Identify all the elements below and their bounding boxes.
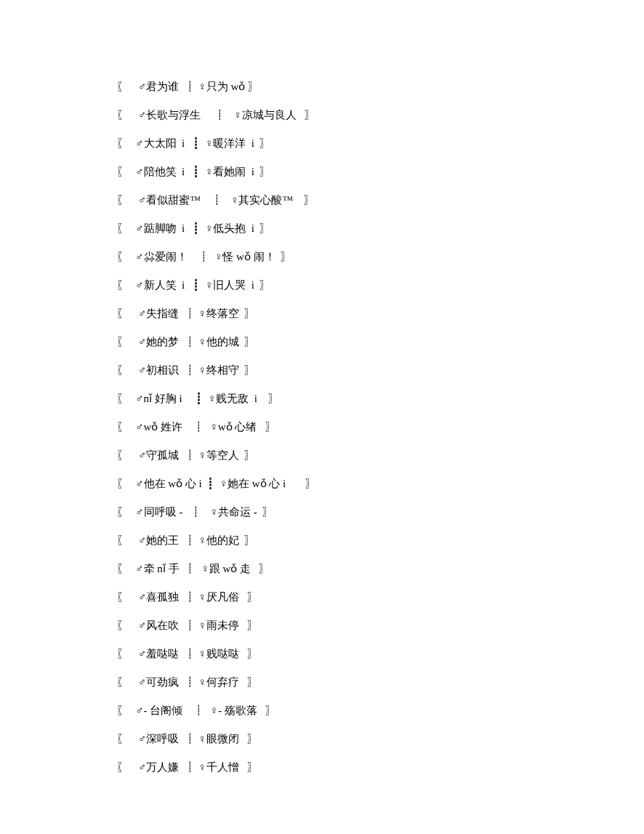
text-line: 〖 ♂她的王 ┋ ♀他的妃 〗	[116, 534, 644, 548]
text-line: 〖 ♂陪他笑 i ┋ ♀看她闹 i 〗	[116, 165, 644, 179]
document-page: 〖 ♂君为谁 ┋ ♀只为 wǒ 〗〖 ♂长歌与浮生 ┋ ♀凉城与良人 〗〖 ♂大…	[0, 0, 644, 834]
text-line: 〖 ♂- 台阁倾 ┋ ♀- 殇歌落 〗	[116, 704, 644, 718]
text-line: 〖 ♂失指缝 ┋ ♀终落空 〗	[116, 307, 644, 321]
text-line: 〖 ♂深呼吸 ┋ ♀眼微闭 〗	[116, 732, 644, 746]
text-line: 〖 ♂他在 wǒ 心 i ┋ ♀她在 wǒ 心 i 〗	[116, 477, 644, 491]
text-line: 〖 ♂君为谁 ┋ ♀只为 wǒ 〗	[116, 80, 644, 94]
text-line: 〖 ♂新人笑 i ┋ ♀旧人哭 i 〗	[116, 278, 644, 292]
text-line: 〖 ♂踮脚吻 i ┋ ♀低头抱 i 〗	[116, 222, 644, 236]
text-line: 〖 ♂nǐ 好胸 i ┋ ♀贱无敌 i 〗	[116, 392, 644, 406]
text-line: 〖 ♂喜孤独 ┋ ♀厌凡俗 〗	[116, 590, 644, 604]
text-line: 〖 ♂wǒ 姓许 ┋ ♀wǒ 心绪 〗	[116, 420, 644, 434]
text-line: 〖 ♂她的梦 ┋ ♀他的城 〗	[116, 335, 644, 349]
text-line: 〖 ♂长歌与浮生 ┋ ♀凉城与良人 〗	[116, 108, 644, 122]
text-line: 〖 ♂大太阳 i ┋ ♀暖洋洋 i 〗	[116, 137, 644, 151]
text-line: 〖 ♂尛爱闹！ ┋ ♀怪 wǒ 闹！ 〗	[116, 250, 644, 264]
text-line: 〖 ♂万人嫌 ┋ ♀千人憎 〗	[116, 761, 644, 774]
text-line: 〖 ♂羞哒哒 ┋ ♀贱哒哒 〗	[116, 647, 644, 661]
text-line: 〖 ♂看似甜蜜™ ┋ ♀其实心酸™ 〗	[116, 193, 644, 207]
text-line: 〖 ♂风在吹 ┋ ♀雨未停 〗	[116, 619, 644, 633]
text-line: 〖 ♂牵 nǐ 手 ┋ ♀跟 wǒ 走 〗	[116, 562, 644, 576]
text-line: 〖 ♂守孤城 ┋ ♀等空人 〗	[116, 449, 644, 462]
text-line: 〖 ♂同呼吸 - ┋ ♀共命运 - 〗	[116, 505, 644, 519]
text-line: 〖 ♂初相识 ┋ ♀终相守 〗	[116, 364, 644, 377]
lines-container: 〖 ♂君为谁 ┋ ♀只为 wǒ 〗〖 ♂长歌与浮生 ┋ ♀凉城与良人 〗〖 ♂大…	[116, 80, 644, 774]
text-line: 〖 ♂可劲疯 ┋ ♀何弃疗 〗	[116, 675, 644, 689]
